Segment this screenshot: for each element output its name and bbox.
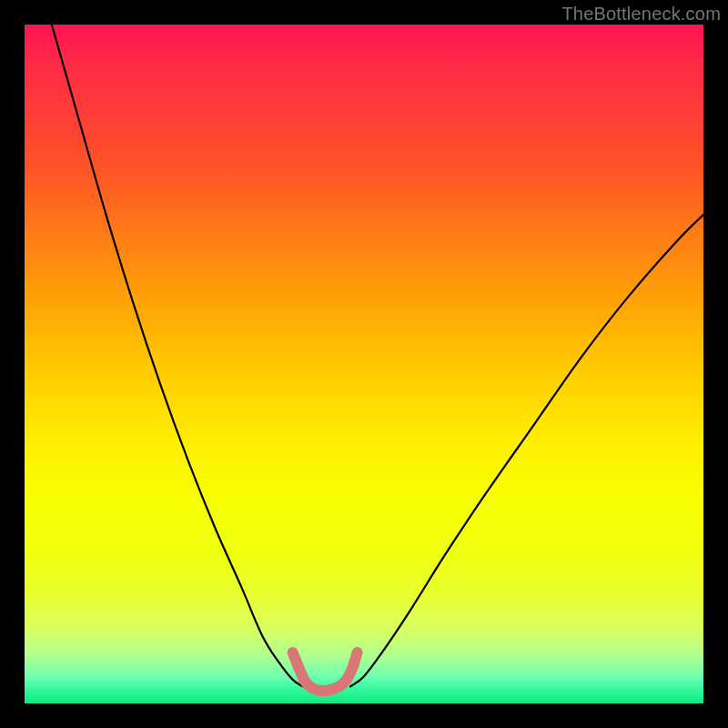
trough-marker — [293, 652, 358, 691]
plot-area — [25, 25, 703, 703]
right-curve — [350, 215, 703, 686]
watermark-text: TheBottleneck.com — [561, 4, 721, 25]
chart-container: TheBottleneck.com — [0, 0, 728, 728]
chart-svg — [25, 25, 703, 703]
left-curve — [52, 25, 303, 686]
